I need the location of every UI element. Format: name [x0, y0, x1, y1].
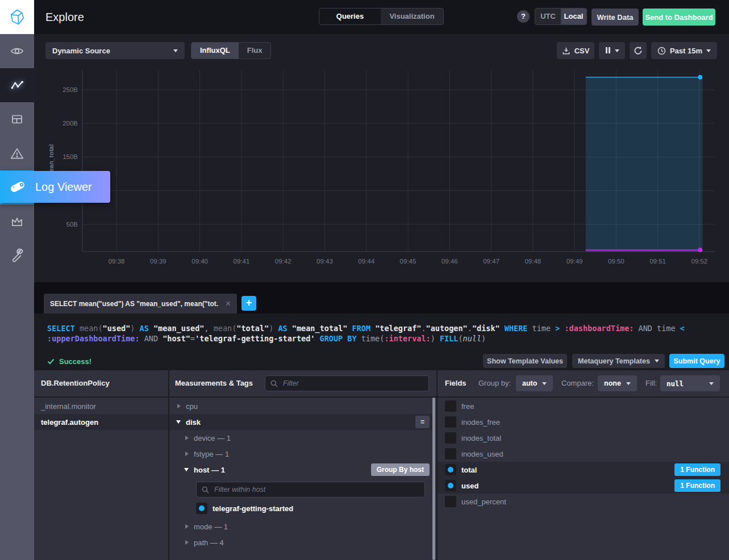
log-viewer-flyout[interactable]: Log Viewer — [0, 171, 110, 203]
language-flux[interactable]: Flux — [239, 43, 271, 58]
fields-column-header: Fields — [445, 370, 466, 396]
crown-icon — [10, 214, 24, 229]
tag-row-device[interactable]: device — 1 — [169, 430, 435, 446]
field-checkbox-checked[interactable] — [445, 480, 456, 491]
help-button[interactable]: ? — [517, 10, 530, 23]
measurement-filter-input[interactable] — [282, 379, 423, 388]
db-item-label: _internal.monitor — [41, 402, 96, 411]
field-checkbox[interactable] — [445, 496, 456, 507]
sidebar-item-dashboards[interactable] — [0, 102, 34, 136]
write-data-button[interactable]: Write Data — [591, 9, 639, 26]
sidebar-item-alerting[interactable] — [0, 136, 34, 170]
graph-panel: Dynamic Source InfluxQL Flux CSV Past 15… — [34, 34, 729, 282]
measurements-scrollbar[interactable] — [432, 398, 435, 560]
query-status: Success! — [47, 354, 91, 368]
function-badge[interactable]: 1 Function — [674, 463, 720, 476]
svg-text:09:46: 09:46 — [441, 258, 458, 265]
svg-text:09:43: 09:43 — [316, 258, 333, 265]
measurement-options-button[interactable]: = — [415, 416, 430, 428]
field-row-total[interactable]: total 1 Function — [438, 462, 729, 478]
svg-text:09:50: 09:50 — [608, 258, 624, 265]
group-by-dropdown[interactable]: auto — [516, 375, 553, 391]
time-range-dropdown[interactable]: Past 15m — [651, 42, 717, 59]
svg-text:200B: 200B — [63, 120, 78, 127]
tag-label: fstype — 1 — [194, 450, 229, 458]
clock-icon — [657, 47, 666, 55]
query-editor[interactable]: SELECT mean("used") AS "mean_used", mean… — [34, 314, 729, 370]
svg-text:150B: 150B — [63, 153, 78, 160]
field-checkbox[interactable] — [445, 416, 456, 428]
close-icon[interactable]: × — [226, 299, 231, 308]
field-row-inodes-used[interactable]: inodes_used — [438, 446, 729, 462]
chronograf-logo[interactable] — [0, 0, 34, 34]
measurement-row-partial[interactable]: diskio — [169, 554, 435, 560]
chronograf-logo-icon — [9, 9, 26, 26]
send-to-dashboard-button[interactable]: Send to Dashboard — [643, 9, 715, 26]
timezone-toggle: UTC Local — [535, 8, 587, 25]
measurement-filter[interactable] — [265, 375, 429, 391]
sidebar-item-configuration[interactable] — [0, 239, 34, 273]
sidebar-item-data-explorer[interactable] — [0, 68, 34, 102]
field-checkbox[interactable] — [445, 448, 456, 459]
source-dropdown[interactable]: Dynamic Source — [45, 42, 185, 59]
download-csv-button[interactable]: CSV — [557, 42, 594, 59]
add-query-button[interactable]: + — [241, 296, 256, 311]
page-title: Explore — [45, 0, 84, 34]
tab-visualization[interactable]: Visualization — [381, 9, 443, 24]
svg-text:09:49: 09:49 — [566, 258, 583, 265]
language-toggle: InfluxQL Flux — [191, 42, 271, 59]
tag-label: device — 1 — [194, 434, 231, 442]
tag-value-row[interactable]: telegraf-getting-started — [169, 500, 435, 516]
measurement-row-cpu[interactable]: cpu — [169, 398, 435, 414]
field-row-inodes-free[interactable]: inodes_free — [438, 414, 729, 430]
checkmark-icon — [47, 358, 55, 365]
measurement-row-disk[interactable]: disk = — [169, 414, 435, 430]
chevron-down-icon — [173, 49, 178, 52]
timezone-utc[interactable]: UTC — [535, 9, 561, 24]
fill-dropdown[interactable]: null — [660, 375, 720, 391]
svg-text:09:47: 09:47 — [483, 258, 499, 265]
field-label: inodes_total — [461, 434, 501, 442]
function-badge[interactable]: 1 Function — [674, 479, 720, 492]
query-tab[interactable]: SELECT mean("used") AS "mean_used", mean… — [44, 294, 237, 314]
measurement-label: cpu — [186, 402, 198, 411]
language-influxql[interactable]: InfluxQL — [191, 43, 239, 58]
fill-label: Fill: — [645, 370, 657, 396]
tag-row-mode[interactable]: mode — 1 — [169, 519, 435, 534]
field-row-used-percent[interactable]: used_percent — [438, 494, 729, 509]
field-checkbox[interactable] — [445, 400, 456, 412]
field-row-used[interactable]: used 1 Function — [438, 478, 729, 494]
field-checkbox[interactable] — [445, 432, 456, 444]
submit-query-button[interactable]: Submit Query — [669, 354, 724, 368]
source-dropdown-label: Dynamic Source — [52, 47, 110, 55]
tag-value-filter-input[interactable] — [213, 485, 419, 494]
tag-value-filter[interactable] — [196, 482, 425, 498]
db-item-selected[interactable]: telegraf.autogen — [34, 414, 168, 430]
tab-queries[interactable]: Queries — [319, 9, 381, 24]
compare-dropdown[interactable]: none — [598, 375, 637, 391]
chevron-down-icon — [709, 382, 714, 385]
group-by-host-button[interactable]: Group By host — [371, 463, 430, 476]
db-item[interactable]: _internal.monitor — [34, 398, 168, 414]
field-label: total — [461, 466, 477, 474]
refresh-button[interactable] — [630, 42, 647, 59]
sidebar-item-admin[interactable] — [0, 204, 34, 239]
search-icon — [202, 486, 209, 494]
metaquery-templates-dropdown[interactable]: Metaquery Templates — [572, 354, 665, 368]
tag-row-fstype[interactable]: fstype — 1 — [169, 446, 435, 462]
sidebar-item-hosts[interactable] — [0, 34, 34, 68]
field-checkbox-checked[interactable] — [445, 464, 456, 475]
pause-dropdown[interactable] — [599, 42, 625, 59]
show-template-values-button[interactable]: Show Template Values — [483, 354, 567, 368]
query-text[interactable]: SELECT mean("used") AS "mean_used", mean… — [47, 323, 685, 344]
tag-row-path[interactable]: path — 4 — [169, 534, 435, 550]
field-row-inodes-total[interactable]: inodes_total — [438, 430, 729, 446]
field-row-free[interactable]: free — [438, 398, 729, 414]
fill-value: null — [666, 379, 684, 388]
svg-text:50B: 50B — [66, 221, 78, 228]
timeseries-chart[interactable]: 50B100B150B200B250B09:3809:3909:4009:410… — [34, 65, 729, 275]
timezone-local[interactable]: Local — [561, 9, 586, 24]
tag-value-checkbox-checked[interactable] — [196, 503, 207, 514]
compare-label: Compare: — [561, 370, 594, 396]
tag-row-host[interactable]: host — 1 Group By host — [169, 462, 435, 478]
